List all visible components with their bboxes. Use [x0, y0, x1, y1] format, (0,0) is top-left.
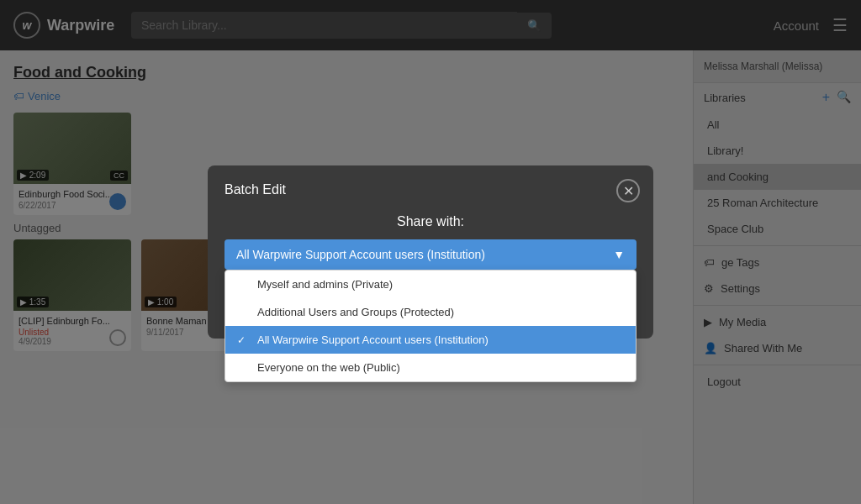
share-dropdown-trigger[interactable]: All Warpwire Support Account users (Inst…: [224, 239, 637, 270]
option-private[interactable]: Myself and admins (Private): [225, 270, 636, 298]
share-label: Share with:: [224, 214, 637, 229]
option-protected[interactable]: Additional Users and Groups (Protected): [225, 298, 636, 326]
share-dropdown-menu: Myself and admins (Private) Additional U…: [224, 270, 637, 382]
option-institution[interactable]: ✓ All Warpwire Support Account users (In…: [225, 326, 636, 354]
option-protected-label: Additional Users and Groups (Protected): [257, 306, 454, 318]
option-private-label: Myself and admins (Private): [257, 278, 393, 291]
batch-edit-modal: Batch Edit ✕ Share with: All Warpwire Su…: [208, 165, 653, 339]
modal-title: Batch Edit: [224, 182, 637, 197]
option-public[interactable]: Everyone on the web (Public): [225, 354, 636, 381]
modal-overlay: Batch Edit ✕ Share with: All Warpwire Su…: [0, 0, 861, 504]
check-icon-institution: ✓: [237, 334, 251, 346]
option-public-label: Everyone on the web (Public): [257, 361, 400, 374]
selected-option-label: All Warpwire Support Account users (Inst…: [236, 248, 485, 261]
share-dropdown-container: All Warpwire Support Account users (Inst…: [224, 239, 637, 270]
modal-close-button[interactable]: ✕: [616, 179, 640, 202]
option-institution-label: All Warpwire Support Account users (Inst…: [257, 333, 489, 346]
chevron-down-icon: ▼: [613, 248, 625, 261]
